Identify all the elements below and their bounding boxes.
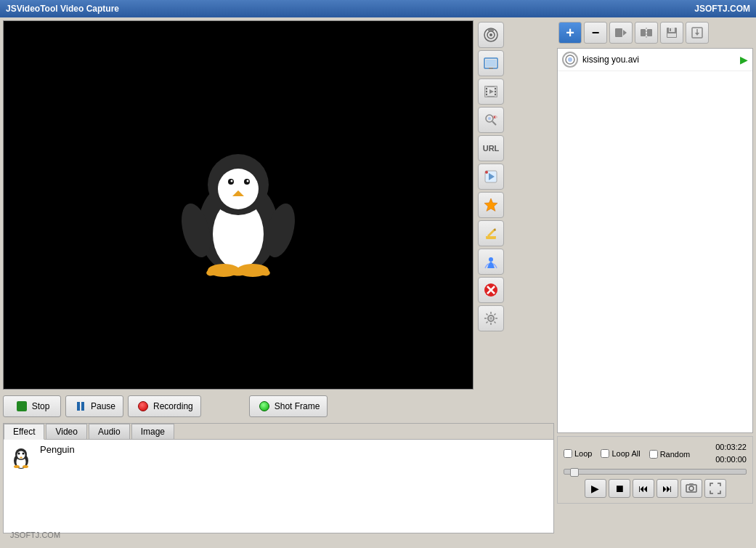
svg-point-58 [18, 453, 20, 455]
svg-point-48 [489, 257, 493, 262]
loop-all-checkbox[interactable] [601, 449, 609, 458]
total-time: 00:03:22 [715, 441, 747, 454]
tab-effect[interactable]: Effect [4, 424, 44, 440]
playback-controls: ▶ ⏹ ⏮ ⏭ [561, 477, 749, 500]
svg-rect-31 [486, 94, 487, 95]
svg-point-38 [488, 117, 491, 120]
title-watermark: JSOFTJ.COM [694, 4, 750, 14]
screenshot-button[interactable] [680, 479, 702, 498]
stop-button[interactable]: Stop [3, 395, 61, 417]
svg-rect-32 [495, 88, 496, 89]
svg-point-53 [489, 317, 492, 320]
play-pause-button[interactable]: ▶ [585, 479, 606, 498]
star-effects-btn[interactable] [478, 192, 504, 218]
svg-rect-65 [641, 29, 646, 36]
shot-frame-icon [257, 399, 272, 414]
url-btn[interactable]: URL [478, 135, 504, 161]
playback-area: Loop Loop All Random 00:03:22 00:00:00 [557, 436, 753, 504]
random-option[interactable]: Random [649, 450, 691, 459]
delete-btn[interactable] [478, 277, 504, 303]
svg-point-9 [247, 180, 249, 182]
record-media-button[interactable] [609, 22, 633, 44]
url-label: URL [483, 144, 500, 153]
svg-rect-24 [486, 60, 496, 67]
pause-button[interactable]: Pause [65, 395, 123, 417]
svg-rect-29 [486, 88, 487, 89]
svg-rect-79 [689, 483, 694, 485]
recording-button[interactable]: Recording [128, 395, 201, 417]
stop-playback-button[interactable]: ⏹ [609, 479, 630, 498]
effect-panel: Effect Video Audio Image [3, 423, 554, 533]
right-toolbar: + − [557, 20, 753, 45]
loop-checkbox[interactable] [564, 449, 572, 458]
playlist-item-name: kissing you.avi [582, 55, 639, 65]
svg-marker-73 [695, 33, 699, 36]
play-item-button[interactable]: ▶ [740, 54, 748, 65]
shot-frame-button[interactable]: Shot Frame [249, 395, 328, 417]
svg-point-62 [23, 465, 28, 468]
screen-capture-btn[interactable] [478, 50, 504, 76]
fullscreen-button[interactable] [704, 479, 726, 498]
next-button[interactable]: ⏭ [657, 479, 678, 498]
svg-point-59 [23, 453, 25, 455]
motion-btn[interactable] [478, 249, 504, 275]
tab-video[interactable]: Video [46, 424, 86, 439]
search-video-btn[interactable]: 👁 [478, 107, 504, 133]
split-button[interactable] [635, 22, 658, 44]
progress-bar[interactable] [564, 469, 747, 475]
loop-option[interactable]: Loop [564, 449, 592, 458]
loop-all-option[interactable]: Loop All [601, 449, 640, 458]
svg-rect-66 [647, 29, 652, 36]
loop-label: Loop [574, 449, 592, 458]
effects-btn[interactable] [478, 164, 504, 190]
svg-marker-46 [487, 230, 495, 237]
video-preview [3, 20, 473, 390]
settings-btn[interactable] [478, 305, 504, 331]
edit-btn[interactable] [478, 220, 504, 246]
save-button[interactable] [660, 22, 683, 44]
tab-audio[interactable]: Audio [89, 424, 130, 439]
recording-icon [136, 399, 150, 414]
random-checkbox[interactable] [649, 450, 658, 459]
loop-all-label: Loop All [611, 449, 640, 458]
progress-handle[interactable] [570, 468, 579, 477]
playlist-item[interactable]: kissing you.avi ▶ [558, 49, 752, 71]
app-title: JSVideoTool Video Capture [6, 4, 119, 14]
control-row: Stop Pause Recording [3, 392, 554, 420]
svg-point-42 [485, 171, 488, 174]
film-strip-btn[interactable] [478, 78, 504, 105]
camera-btn[interactable] [478, 22, 504, 48]
svg-marker-35 [489, 89, 494, 94]
video-preview-wrapper: 👁 URL [3, 20, 554, 390]
svg-rect-25 [489, 68, 493, 69]
effect-content: Penguin [4, 440, 553, 533]
random-label: Random [660, 450, 691, 459]
import-button[interactable] [686, 22, 709, 44]
stop-icon [15, 399, 29, 414]
svg-rect-30 [486, 91, 487, 92]
svg-text:👁: 👁 [492, 115, 497, 120]
recording-label: Recording [153, 401, 193, 411]
main-container: 👁 URL [0, 17, 756, 548]
svg-rect-22 [488, 29, 494, 31]
pause-icon [73, 399, 88, 414]
svg-rect-63 [615, 28, 622, 37]
add-media-button[interactable]: + [558, 22, 582, 44]
svg-point-8 [231, 180, 233, 182]
playlist-item-icon [562, 52, 578, 68]
prev-button[interactable]: ⏮ [633, 479, 654, 498]
svg-point-76 [568, 57, 572, 62]
svg-line-37 [492, 121, 496, 125]
effect-name: Penguin [40, 444, 75, 455]
svg-point-21 [489, 33, 492, 36]
remove-media-button[interactable]: − [584, 22, 607, 44]
playlist: kissing you.avi ▶ [557, 48, 753, 433]
effect-thumbnail [8, 444, 34, 470]
bottom-watermark-left: JSOFTJ.COM [9, 531, 560, 539]
playback-info: Loop Loop All Random 00:03:22 00:00:00 [561, 440, 749, 467]
svg-point-3 [218, 169, 259, 209]
svg-marker-64 [623, 30, 627, 36]
stop-label: Stop [32, 401, 50, 411]
tab-image[interactable]: Image [131, 424, 174, 439]
left-panel: 👁 URL [3, 20, 554, 545]
